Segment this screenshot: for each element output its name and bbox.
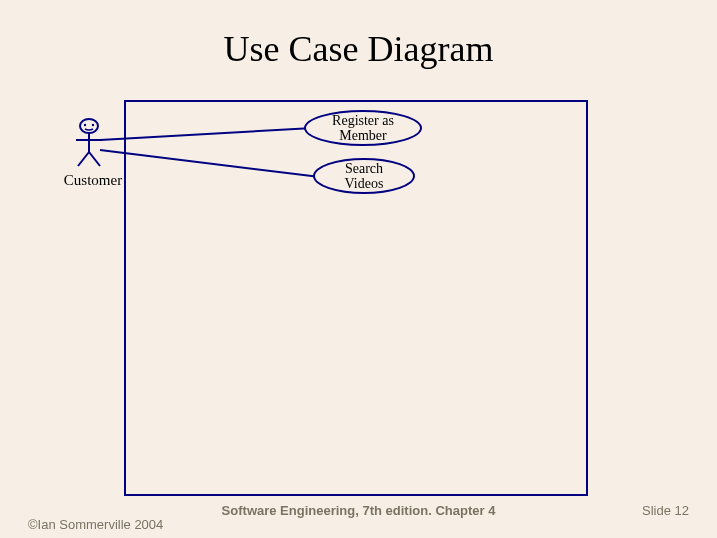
- svg-line-8: [89, 152, 100, 166]
- svg-line-7: [78, 152, 89, 166]
- usecase-register-label: Register as Member: [332, 113, 394, 144]
- svg-point-2: [80, 119, 98, 133]
- svg-point-4: [92, 124, 94, 126]
- svg-point-3: [84, 124, 86, 126]
- footer-copyright: ©Ian Sommerville 2004: [28, 517, 163, 532]
- actor-customer: [72, 118, 106, 168]
- slide: Use Case Diagram Customer Register as Me…: [0, 0, 717, 538]
- usecase-search-label: Search Videos: [345, 161, 384, 192]
- actor-customer-label: Customer: [58, 172, 128, 189]
- footer-center: Software Engineering, 7th edition. Chapt…: [0, 503, 717, 518]
- slide-title: Use Case Diagram: [0, 28, 717, 70]
- usecase-search: Search Videos: [313, 158, 415, 194]
- usecase-register: Register as Member: [304, 110, 422, 146]
- actor-icon: [72, 118, 106, 168]
- footer-slide-number: Slide 12: [642, 503, 689, 518]
